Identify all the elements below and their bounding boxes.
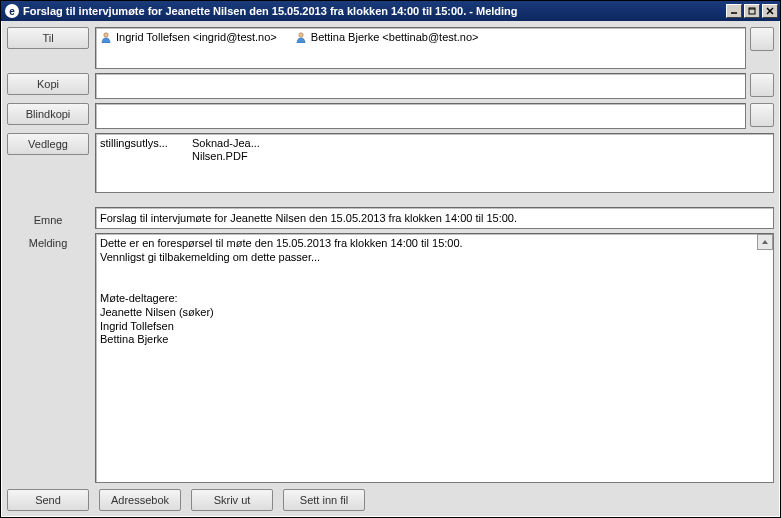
print-button[interactable]: Skriv ut	[191, 489, 273, 511]
send-button[interactable]: Send	[7, 489, 89, 511]
compose-window: e Forslag til intervjumøte for Jeanette …	[0, 0, 781, 518]
to-button[interactable]: Til	[7, 27, 89, 49]
cc-field[interactable]	[95, 73, 746, 99]
content-area: Til Ingrid Tollefsen <ingrid@test.no> Be…	[1, 21, 780, 517]
minimize-button[interactable]	[726, 4, 742, 18]
attachment-item[interactable]: Soknad-Jea... Nilsen.PDF	[192, 137, 272, 163]
bottom-toolbar: Send Adressebok Skriv ut Sett inn fil	[7, 487, 774, 511]
attachment-item[interactable]: stillingsutlys...	[100, 137, 180, 150]
subject-input[interactable]	[95, 207, 774, 229]
bcc-row: Blindkopi	[7, 103, 774, 129]
window-controls	[726, 4, 778, 18]
bcc-button[interactable]: Blindkopi	[7, 103, 89, 125]
cc-button[interactable]: Kopi	[7, 73, 89, 95]
window-title: Forslag til intervjumøte for Jeanette Ni…	[23, 5, 726, 17]
message-row: Melding Dette er en forespørsel til møte…	[7, 233, 774, 483]
recipient-chip[interactable]: Ingrid Tollefsen <ingrid@test.no>	[100, 31, 277, 43]
subject-label: Emne	[7, 210, 89, 226]
svg-point-6	[299, 33, 303, 37]
person-icon	[295, 31, 307, 43]
attachments-button[interactable]: Vedlegg	[7, 133, 89, 155]
recipient-text: Ingrid Tollefsen <ingrid@test.no>	[116, 31, 277, 43]
svg-marker-7	[762, 240, 768, 244]
close-button[interactable]	[762, 4, 778, 18]
addressbook-button[interactable]: Adressebok	[99, 489, 181, 511]
to-field[interactable]: Ingrid Tollefsen <ingrid@test.no> Bettin…	[95, 27, 746, 69]
cc-expand-button[interactable]	[750, 73, 774, 97]
app-icon: e	[5, 4, 19, 18]
cc-row: Kopi	[7, 73, 774, 99]
svg-point-5	[104, 33, 108, 37]
insert-file-button[interactable]: Sett inn fil	[283, 489, 365, 511]
to-row: Til Ingrid Tollefsen <ingrid@test.no> Be…	[7, 27, 774, 69]
scroll-up-button[interactable]	[757, 234, 773, 250]
attachments-field[interactable]: stillingsutlys... Soknad-Jea... Nilsen.P…	[95, 133, 774, 193]
to-expand-button[interactable]	[750, 27, 774, 51]
subject-row: Emne	[7, 207, 774, 229]
bcc-field[interactable]	[95, 103, 746, 129]
titlebar: e Forslag til intervjumøte for Jeanette …	[1, 1, 780, 21]
recipient-chip[interactable]: Bettina Bjerke <bettinab@test.no>	[295, 31, 479, 43]
message-body[interactable]: Dette er en forespørsel til møte den 15.…	[95, 233, 774, 483]
attachments-row: Vedlegg stillingsutlys... Soknad-Jea... …	[7, 133, 774, 193]
recipient-text: Bettina Bjerke <bettinab@test.no>	[311, 31, 479, 43]
message-label: Melding	[7, 233, 89, 249]
bcc-expand-button[interactable]	[750, 103, 774, 127]
maximize-button[interactable]	[744, 4, 760, 18]
person-icon	[100, 31, 112, 43]
